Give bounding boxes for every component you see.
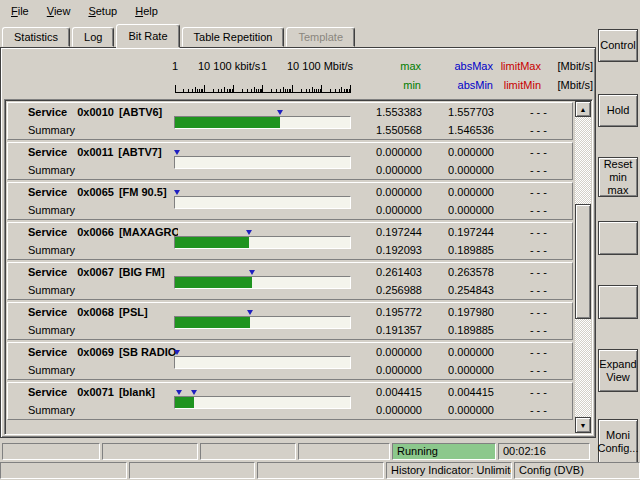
header-min: min — [353, 79, 421, 91]
reset-min-max-button[interactable]: Reset min max — [598, 157, 638, 197]
value-absmax: 0.197980 — [432, 306, 494, 318]
status-panel-2 — [102, 443, 198, 460]
service-id: 0x0071 — [77, 386, 114, 398]
service-type: Service — [28, 186, 67, 198]
service-id: 0x0065 — [77, 186, 114, 198]
tab-bit-rate[interactable]: Bit Rate — [116, 24, 179, 48]
value-max: 0.195772 — [344, 306, 422, 318]
service-row: Service0x0066[MAXAGRO Summary 0.197244 0… — [7, 222, 573, 260]
bitrate-bar — [174, 116, 351, 129]
value-max: 0.000000 — [344, 346, 422, 358]
menu-file[interactable]: File — [2, 2, 38, 20]
bitrate-bar — [174, 236, 351, 249]
vertical-scrollbar[interactable]: ▲ ▼ — [575, 101, 591, 433]
value-limitmin: - - - — [497, 364, 547, 376]
service-summary-label: Summary — [28, 284, 75, 296]
value-absmin: 0.000000 — [432, 164, 494, 176]
config-indicator: Config (DVB) — [514, 462, 640, 479]
value-limitmin: - - - — [497, 284, 547, 296]
scrollbar-thumb[interactable] — [575, 204, 591, 319]
bitrate-bar — [174, 396, 351, 409]
control-button[interactable]: Control — [598, 29, 638, 62]
bitrate-bar — [174, 316, 351, 329]
value-limitmin: - - - — [497, 244, 547, 256]
tab-log[interactable]: Log — [72, 27, 114, 47]
value-min: 0.000000 — [344, 404, 422, 416]
moni-config-button[interactable]: Moni Config... — [598, 419, 638, 464]
value-limitmax: - - - — [497, 146, 547, 158]
service-id: 0x0010 — [77, 106, 114, 118]
bitrate-bar-fill — [175, 277, 252, 288]
service-row: Service0x0071[blank] Summary 0.004415 0.… — [7, 382, 573, 420]
history-indicator: History Indicator: Unlimited — [386, 462, 512, 479]
header-limitmin: limitMin — [486, 79, 541, 91]
service-type: Service — [28, 346, 67, 358]
menu-view[interactable]: View — [38, 2, 80, 20]
menu-setup[interactable]: Setup — [79, 2, 126, 20]
value-max: 1.553383 — [344, 106, 422, 118]
bar-marker-icon — [246, 230, 252, 235]
blank-button-1[interactable] — [598, 221, 638, 255]
menu-help[interactable]: Help — [126, 2, 167, 20]
service-summary-label: Summary — [28, 404, 75, 416]
service-type: Service — [28, 386, 67, 398]
value-limitmax: - - - — [497, 266, 547, 278]
service-rows: Service0x0010[ABTV6] Summary 1.553383 1.… — [7, 102, 573, 432]
service-summary-label: Summary — [28, 124, 75, 136]
tab-bar: StatisticsLogBit RateTable RepetitionTem… — [2, 24, 357, 47]
hold-button[interactable]: Hold — [598, 94, 638, 127]
tab-statistics[interactable]: Statistics — [2, 27, 70, 47]
statusbar-panel-2 — [129, 462, 255, 479]
value-limitmin: - - - — [497, 404, 547, 416]
bitrate-bar — [174, 356, 351, 369]
expand-view-button[interactable]: Expand View — [598, 349, 638, 392]
value-absmax: 0.263578 — [432, 266, 494, 278]
value-limitmax: - - - — [497, 346, 547, 358]
service-summary-label: Summary — [28, 204, 75, 216]
bitrate-bar — [174, 156, 351, 169]
service-name: [SB RADIO — [119, 346, 176, 358]
status-panel-1 — [2, 443, 100, 460]
bar-marker-icon — [176, 390, 182, 395]
service-type: Service — [28, 226, 67, 238]
value-min: 0.191357 — [344, 324, 422, 336]
scale-label-kbit: 10 100 kbit/s — [198, 60, 260, 72]
value-limitmax: - - - — [497, 306, 547, 318]
status-panel-4 — [298, 443, 390, 460]
service-name: [PSL] — [119, 306, 148, 318]
bitrate-bar-fill — [175, 237, 249, 248]
value-min: 0.256988 — [344, 284, 422, 296]
service-row: Service0x0010[ABTV6] Summary 1.553383 1.… — [7, 102, 573, 140]
service-name: [ABTV6] — [119, 106, 162, 118]
service-row: Service0x0068[PSL] Summary 0.195772 0.19… — [7, 302, 573, 340]
scroll-up-icon[interactable]: ▲ — [575, 101, 591, 117]
value-limitmax: - - - — [497, 226, 547, 238]
value-max: 0.197244 — [344, 226, 422, 238]
tab-table-repetition[interactable]: Table Repetition — [182, 27, 285, 47]
service-id: 0x0011 — [77, 146, 113, 158]
bar-marker-icon — [174, 150, 180, 155]
scale-label-1: 1 — [172, 60, 178, 72]
bitrate-bar — [174, 276, 351, 289]
value-limitmin: - - - — [497, 164, 547, 176]
service-summary-label: Summary — [28, 324, 75, 336]
bitrate-bar-fill — [175, 317, 250, 328]
statusbar-panel-3 — [257, 462, 384, 479]
value-absmax: 0.004415 — [432, 386, 494, 398]
value-limitmax: - - - — [497, 386, 547, 398]
service-type: Service — [28, 106, 67, 118]
value-absmin: 1.546536 — [432, 124, 494, 136]
bar-marker-icon — [249, 270, 255, 275]
scrollbar-track[interactable] — [575, 117, 591, 417]
status-panel-3 — [200, 443, 296, 460]
scroll-down-icon[interactable]: ▼ — [575, 417, 591, 433]
statusbar-panel-1 — [0, 462, 127, 479]
blank-button-2[interactable] — [598, 285, 638, 319]
value-absmax: 0.197244 — [432, 226, 494, 238]
value-min: 0.000000 — [344, 364, 422, 376]
value-absmax: 0.000000 — [432, 186, 494, 198]
bitrate-bar-fill — [175, 117, 280, 128]
service-list: Service0x0010[ABTV6] Summary 1.553383 1.… — [4, 99, 593, 435]
bar-marker-icon — [174, 350, 180, 355]
elapsed-time: 00:02:16 — [498, 443, 590, 460]
